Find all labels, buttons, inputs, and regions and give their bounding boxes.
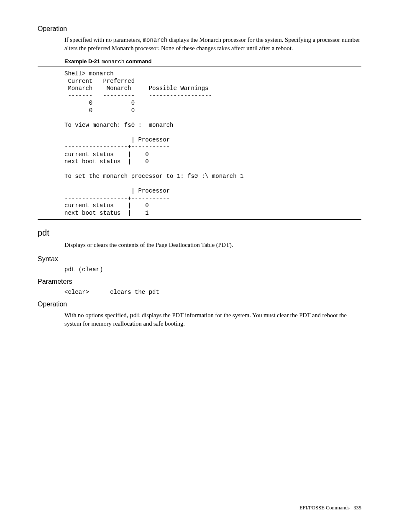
operation-text-1: If specified with no parameters, monarch…	[38, 36, 361, 52]
example-mono: monarch	[102, 59, 125, 65]
syntax-code: pdt (clear)	[38, 266, 361, 273]
example-label: Example D-21 monarch command	[38, 58, 361, 67]
inline-code: pdt	[130, 312, 140, 319]
text-fragment: If specified with no parameters,	[64, 36, 143, 43]
operation-heading-2: Operation	[38, 301, 361, 308]
parameters-code: <clear> clears the pdt	[38, 289, 361, 296]
parameters-heading: Parameters	[38, 278, 361, 285]
operation-heading-1: Operation	[38, 25, 361, 33]
example-suffix: command	[124, 58, 151, 64]
example-prefix: Example D-21	[64, 58, 102, 64]
text-fragment: With no options specified,	[64, 312, 130, 319]
pdt-description: Displays or clears the contents of the P…	[38, 241, 361, 249]
example-code-block: Shell> monarch Current Preferred Monarch…	[38, 68, 361, 220]
syntax-heading: Syntax	[38, 255, 361, 263]
pdt-heading: pdt	[38, 228, 361, 238]
operation-text-2: With no options specified, pdt displays …	[38, 311, 361, 328]
inline-code: monarch	[143, 37, 168, 44]
